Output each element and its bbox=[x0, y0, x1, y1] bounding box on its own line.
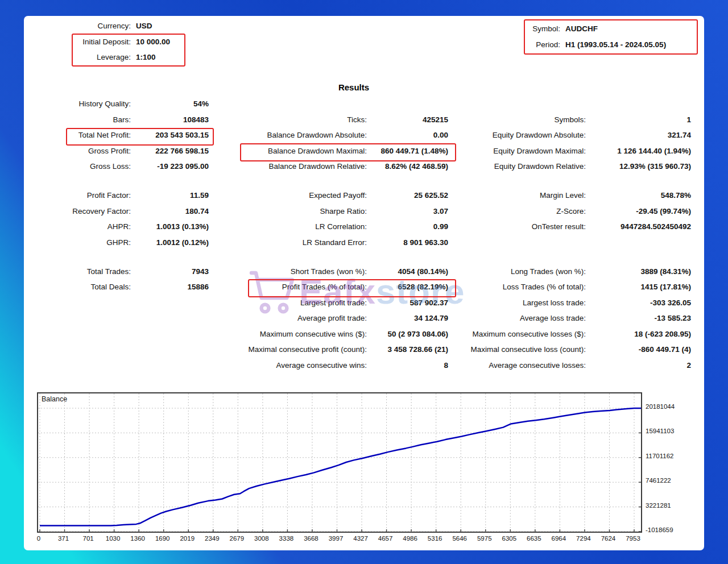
stat-row: AHPR:1.0013 (0.13%) bbox=[41, 219, 209, 235]
stat-label: Margin Level: bbox=[454, 191, 586, 200]
x-axis-tick-label: 7294 bbox=[571, 535, 596, 542]
stat-value: 3 458 728.66 (21) bbox=[367, 345, 448, 354]
stat-label: Maximum consecutive wins ($): bbox=[217, 330, 367, 338]
stat-row: Loss Trades (% of total):1415 (17.81%) bbox=[454, 279, 691, 295]
x-axis-tick-label: 1690 bbox=[150, 535, 175, 542]
stat-row: Balance Drawdown Absolute:0.00 bbox=[217, 127, 448, 143]
stat-value: 108483 bbox=[131, 115, 209, 124]
stats-block: Profit Factor:11.59Recovery Factor:180.7… bbox=[41, 188, 209, 250]
leverage-label: Leverage: bbox=[46, 53, 131, 61]
stat-label: Long Trades (won %): bbox=[454, 267, 586, 276]
stat-label: Short Trades (won %): bbox=[217, 267, 367, 276]
page-title: Results bbox=[24, 82, 684, 92]
symbol-row: Symbol: AUDCHF bbox=[473, 21, 701, 37]
stat-row bbox=[217, 96, 448, 112]
stat-value: 203 543 503.15 bbox=[131, 131, 209, 139]
x-axis-tick-label: 371 bbox=[51, 535, 76, 542]
x-axis-tick-label: 5316 bbox=[423, 535, 448, 542]
stat-value: -860 449.71 (4) bbox=[586, 345, 691, 354]
stat-row: Long Trades (won %):3889 (84.31%) bbox=[454, 264, 691, 280]
stat-value: 3889 (84.31%) bbox=[586, 267, 691, 276]
stat-value: 25 625.52 bbox=[367, 191, 448, 200]
stat-label: Average profit trade: bbox=[217, 314, 367, 322]
strategy-tester-report: { "header": { "currency_label": "Currenc… bbox=[0, 0, 728, 564]
stat-label: Bars: bbox=[41, 115, 131, 124]
stat-value: 0.00 bbox=[367, 131, 448, 139]
stat-row: Sharpe Ratio:3.07 bbox=[217, 204, 448, 219]
account-info: Currency: USD Initial Deposit: 10 000.00… bbox=[46, 18, 210, 65]
initial-deposit-row: Initial Deposit: 10 000.00 bbox=[46, 34, 210, 50]
stat-value: -303 326.05 bbox=[586, 298, 691, 307]
stat-value: 18 (-623 208.95) bbox=[586, 330, 691, 338]
stats-block: Total Trades:7943Total Deals:15886 bbox=[41, 264, 209, 295]
x-axis-tick-label: 701 bbox=[76, 535, 101, 542]
stat-label: Profit Trades (% of total): bbox=[217, 283, 367, 291]
stat-value: 3.07 bbox=[367, 207, 448, 215]
stat-label: Total Net Profit: bbox=[41, 131, 131, 139]
symbol-info: Symbol: AUDCHF Period: H1 (1993.05.14 - … bbox=[473, 21, 701, 52]
stat-row: Symbols:1 bbox=[454, 112, 691, 128]
stat-value: 8.62% (42 468.59) bbox=[367, 162, 448, 171]
stats-block: Symbols:1Equity Drawdown Absolute:321.74… bbox=[454, 96, 691, 175]
period-value: H1 (1993.05.14 - 2024.05.05) bbox=[560, 40, 701, 49]
stats-column-right: Symbols:1Equity Drawdown Absolute:321.74… bbox=[454, 96, 691, 373]
stat-label: Z-Score: bbox=[454, 207, 586, 215]
stat-label: Equity Drawdown Absolute: bbox=[454, 131, 586, 139]
stat-label: Maximal consecutive profit (count): bbox=[217, 345, 367, 354]
stat-row: Bars:108483 bbox=[41, 112, 209, 128]
stat-row: Gross Loss:-19 223 095.00 bbox=[41, 159, 209, 175]
stat-value: 1.0013 (0.13%) bbox=[131, 222, 209, 231]
x-axis-tick-label: 4657 bbox=[373, 535, 398, 542]
x-axis-tick-label: 3338 bbox=[274, 535, 299, 542]
stat-row: Profit Factor:11.59 bbox=[41, 188, 209, 204]
period-row: Period: H1 (1993.05.14 - 2024.05.05) bbox=[473, 37, 701, 53]
leverage-row: Leverage: 1:100 bbox=[46, 49, 210, 65]
stats-block: Margin Level:548.78%Z-Score:-29.45 (99.7… bbox=[454, 188, 691, 250]
stat-label: GHPR: bbox=[41, 238, 131, 247]
stats-block: Ticks:425215Balance Drawdown Absolute:0.… bbox=[217, 96, 448, 175]
stat-row: History Quality:54% bbox=[41, 96, 209, 112]
x-axis-tick-label: 4986 bbox=[398, 535, 423, 542]
stat-row: Largest profit trade:587 902.37 bbox=[217, 295, 448, 311]
y-axis-tick-label: 20181044 bbox=[646, 403, 675, 410]
stat-row: Total Net Profit:203 543 503.15 bbox=[41, 127, 209, 143]
stat-label: Average consecutive wins: bbox=[217, 361, 367, 370]
stat-value: 1 bbox=[586, 115, 691, 124]
stat-label: Gross Loss: bbox=[41, 162, 131, 171]
x-axis-tick-label: 2019 bbox=[175, 535, 200, 542]
stat-row: Balance Drawdown Relative:8.62% (42 468.… bbox=[217, 159, 448, 175]
stat-row: Equity Drawdown Maximal:1 126 144.40 (1.… bbox=[454, 143, 691, 159]
stat-label: Equity Drawdown Relative: bbox=[454, 162, 586, 171]
y-axis-tick-label: 11701162 bbox=[646, 453, 673, 459]
stat-label: Balance Drawdown Absolute: bbox=[217, 131, 367, 139]
stat-label: Maximum consecutive losses ($): bbox=[454, 330, 586, 338]
symbol-value: AUDCHF bbox=[560, 24, 701, 33]
stat-label: Loss Trades (% of total): bbox=[454, 283, 586, 291]
stat-row: Maximum consecutive losses ($):18 (-623 … bbox=[454, 326, 691, 342]
stat-row: Average consecutive wins:8 bbox=[217, 358, 448, 374]
stat-row bbox=[454, 96, 691, 112]
stat-label: Symbols: bbox=[454, 115, 586, 124]
stats-column-middle: Ticks:425215Balance Drawdown Absolute:0.… bbox=[217, 96, 448, 373]
stat-value: 222 766 598.15 bbox=[131, 147, 209, 155]
stat-value: 548.78% bbox=[586, 191, 691, 200]
stat-value: 15886 bbox=[131, 283, 209, 291]
stat-value: -19 223 095.00 bbox=[131, 162, 209, 171]
initial-deposit-label: Initial Deposit: bbox=[46, 38, 131, 46]
stat-row: Profit Trades (% of total):6528 (82.19%) bbox=[217, 279, 448, 295]
stat-value: 860 449.71 (1.48%) bbox=[367, 147, 448, 155]
stat-value: 11.59 bbox=[131, 191, 209, 200]
stat-row: Average profit trade:34 124.79 bbox=[217, 310, 448, 326]
stat-label: Total Trades: bbox=[41, 267, 131, 276]
stat-row: Short Trades (won %):4054 (80.14%) bbox=[217, 264, 448, 280]
stats-block: Short Trades (won %):4054 (80.14%)Profit… bbox=[217, 264, 448, 374]
y-axis-tick-label: -1018659 bbox=[646, 526, 673, 533]
currency-value: USD bbox=[131, 22, 210, 30]
stat-value: 321.74 bbox=[586, 131, 691, 139]
stat-value: 587 902.37 bbox=[367, 298, 448, 307]
stat-label: AHPR: bbox=[41, 222, 131, 231]
x-axis-tick-label: 5975 bbox=[472, 535, 497, 542]
leverage-value: 1:100 bbox=[131, 53, 210, 61]
stat-label: Average consecutive losses: bbox=[454, 361, 586, 370]
stat-label: Largest profit trade: bbox=[217, 298, 367, 307]
